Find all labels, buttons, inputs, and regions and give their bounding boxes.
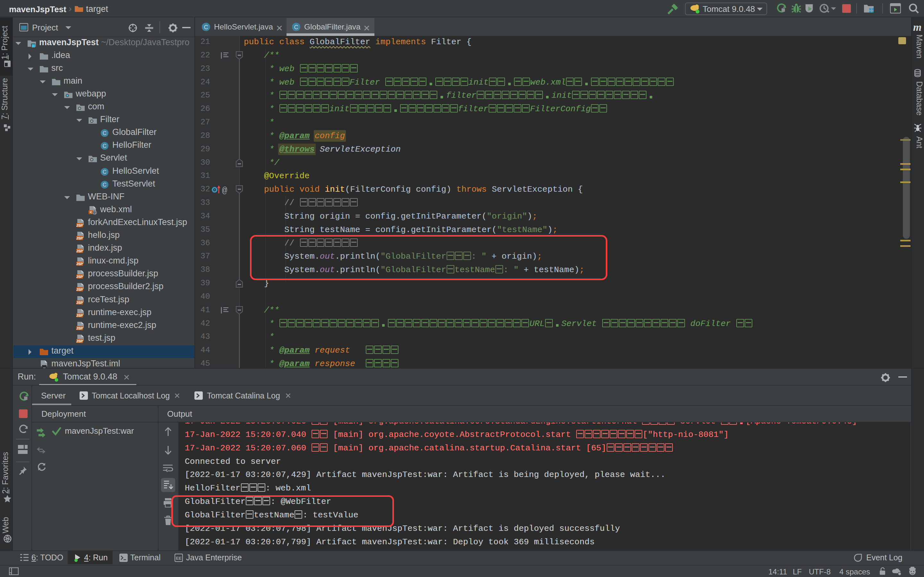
svg-text:C: C bbox=[204, 24, 208, 31]
svg-text:EE: EE bbox=[176, 556, 182, 561]
svg-text:C: C bbox=[294, 24, 298, 31]
